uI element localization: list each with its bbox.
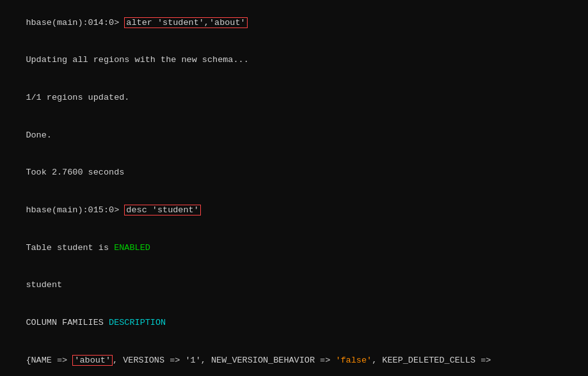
output-column-families-header: COLUMN FAMILIES DESCRIPTION bbox=[5, 304, 583, 342]
output-table-enabled: Table student is ENABLED bbox=[5, 229, 583, 267]
about-versions: , VERSIONS => '1', NEW_VERSION_BEHAVIOR … bbox=[113, 356, 335, 365]
output-about-block: {NAME => 'about', VERSIONS => '1', NEW_V… bbox=[5, 341, 583, 376]
about-nvb-value: 'false' bbox=[335, 356, 372, 365]
output-took-1: Took 2.7600 seconds bbox=[5, 154, 583, 192]
description-label: DESCRIPTION bbox=[109, 318, 166, 327]
command-alter: alter 'student','about' bbox=[124, 17, 247, 28]
output-student: student bbox=[5, 267, 583, 304]
about-brace-open: {NAME => bbox=[26, 356, 72, 365]
prompt-014: hbase(main):014:0> bbox=[26, 18, 124, 27]
command-line-014: hbase(main):014:0> alter 'student','abou… bbox=[5, 4, 583, 42]
command-desc: desc 'student' bbox=[124, 205, 200, 215]
terminal-window: hbase(main):014:0> alter 'student','abou… bbox=[0, 0, 588, 376]
about-name-value: 'about' bbox=[72, 355, 113, 366]
updating-text: Updating all regions with the new schema… bbox=[26, 55, 248, 65]
output-done: Done. bbox=[5, 116, 583, 154]
done-text: Done. bbox=[26, 130, 52, 140]
output-updating: Updating all regions with the new schema… bbox=[5, 42, 583, 79]
output-regions-updated: 1/1 regions updated. bbox=[5, 79, 583, 116]
student-text: student bbox=[26, 280, 62, 290]
about-keep: , KEEP_DELETED_CELLS => bbox=[372, 356, 496, 365]
took-text-1: Took 2.7600 seconds bbox=[26, 168, 124, 177]
regions-text: 1/1 regions updated. bbox=[26, 93, 129, 102]
prompt-015: hbase(main):015:0> bbox=[26, 205, 124, 215]
column-label: COLUMN FAMILIES bbox=[26, 318, 109, 327]
table-text: Table student is bbox=[26, 243, 114, 253]
enabled-status: ENABLED bbox=[114, 243, 150, 253]
command-line-015: hbase(main):015:0> desc 'student' bbox=[5, 191, 583, 229]
